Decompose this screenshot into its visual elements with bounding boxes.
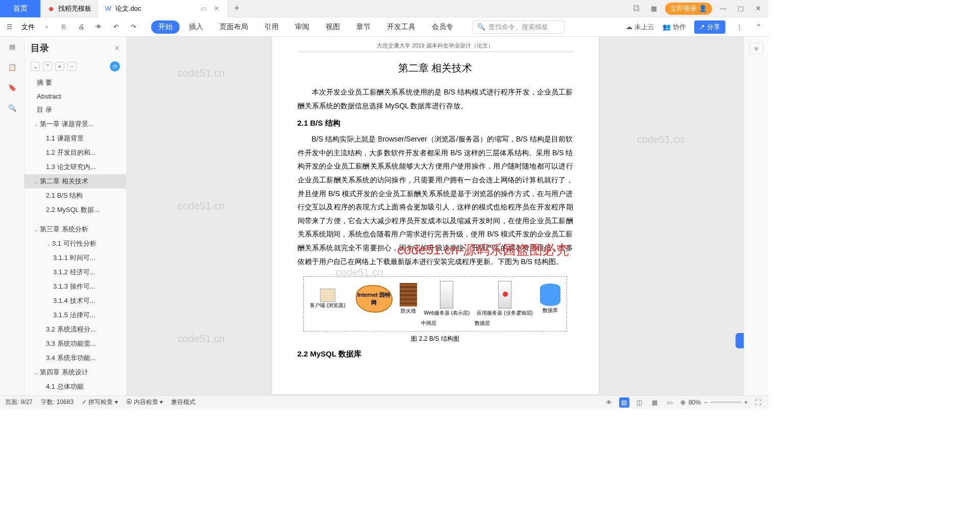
zoom-value: 80% bbox=[689, 399, 701, 406]
view-page-icon[interactable]: ▤ bbox=[619, 397, 629, 408]
login-button[interactable]: 立即登录 👤 bbox=[665, 3, 712, 15]
toc-item[interactable]: 3.1.1 时间可... bbox=[24, 251, 126, 265]
sync-icon[interactable]: ⟳ bbox=[110, 61, 120, 72]
toc-item[interactable]: ⌄第三章 系统分析 bbox=[24, 222, 126, 236]
toc-item[interactable]: 1.1 课题背景 bbox=[24, 131, 126, 146]
file-menu[interactable]: 文件 bbox=[21, 22, 35, 32]
spell-check[interactable]: ✓ 拼写检查 ▾ bbox=[82, 398, 118, 407]
ribbon-tab-insert[interactable]: 插入 bbox=[182, 20, 210, 34]
collapse-icon[interactable]: ⌃ bbox=[753, 21, 764, 33]
search-input[interactable]: 🔍 查找命令、搜索模板 bbox=[473, 20, 565, 34]
close-window-icon[interactable]: ✕ bbox=[752, 3, 764, 15]
user-icon: 👤 bbox=[699, 5, 707, 12]
toc-item[interactable]: ⌄第四章 系统设计 bbox=[24, 365, 126, 380]
ribbon-tab-view[interactable]: 视图 bbox=[318, 20, 347, 34]
bookmark-icon[interactable]: 🔖 bbox=[7, 82, 18, 93]
zoom-in-icon[interactable]: + bbox=[744, 399, 748, 406]
ribbon-tab-chapter[interactable]: 章节 bbox=[349, 20, 378, 34]
toc-item[interactable]: 3.3 系统功能需... bbox=[24, 337, 126, 351]
login-label: 立即登录 bbox=[670, 4, 697, 13]
ribbon-tab-reference[interactable]: 引用 bbox=[257, 20, 286, 34]
toc-item[interactable]: 4.1 总体功能 bbox=[24, 380, 126, 394]
preview-icon[interactable]: 👁 bbox=[93, 21, 104, 33]
toc-label: 2.1 B/S 结构 bbox=[46, 191, 83, 200]
word-count[interactable]: 字数: 10683 bbox=[41, 398, 74, 407]
undo-icon[interactable]: ↶ bbox=[110, 21, 121, 33]
toc-item[interactable]: 3.1.5 法律可... bbox=[24, 308, 126, 322]
toc-item[interactable]: 2.1 B/S 结构 bbox=[24, 188, 126, 203]
clipboard-icon[interactable]: 📋 bbox=[7, 61, 18, 73]
cloud-button[interactable]: ☁未上云 bbox=[626, 22, 654, 32]
toc-item[interactable]: 2.2 MySQL 数据... bbox=[24, 203, 126, 217]
toc-item[interactable]: 3.1.3 操作可... bbox=[24, 279, 126, 294]
toc-remove-btn[interactable]: − bbox=[67, 62, 77, 71]
toc-item[interactable]: 1.3 论文研究内... bbox=[24, 160, 126, 174]
outline-icon[interactable]: ▤ bbox=[7, 41, 18, 52]
ribbon-tab-dev[interactable]: 开发工具 bbox=[380, 20, 423, 34]
toc-item[interactable]: 摘 要 bbox=[24, 76, 126, 90]
view-web-icon[interactable]: ◫ bbox=[634, 397, 645, 408]
eye-icon[interactable]: 👁 bbox=[604, 397, 614, 408]
view-outline-icon[interactable]: ▦ bbox=[650, 397, 660, 408]
toc-item[interactable]: 3.2 系统流程分... bbox=[24, 322, 126, 337]
menu-icon[interactable]: ☰ bbox=[4, 21, 15, 33]
layout-icon[interactable]: ⿻ bbox=[630, 3, 643, 15]
share-button[interactable]: ↗分享 bbox=[694, 20, 725, 34]
page-header: 大连交通大学 2019 届本科生毕业设计（论文） bbox=[298, 42, 573, 52]
close-tab-icon[interactable]: ✕ bbox=[212, 5, 222, 12]
toc-label: 第一章 课题背景... bbox=[40, 120, 93, 129]
ribbon-tab-member[interactable]: 会员专 bbox=[425, 20, 460, 34]
view-read-icon[interactable]: ▭ bbox=[665, 397, 675, 408]
toc-expand-btn[interactable]: ⌃ bbox=[43, 62, 52, 71]
toc-label: 3.2 系统流程分... bbox=[46, 325, 96, 334]
apps-icon[interactable]: ▦ bbox=[648, 3, 660, 15]
toc-collapse-btn[interactable]: ⌄ bbox=[31, 62, 40, 71]
toc-item[interactable]: ⌄第一章 课题背景... bbox=[24, 117, 126, 131]
more-icon[interactable]: ⋮ bbox=[733, 21, 745, 33]
document-area[interactable]: 📄 大连交通大学 2019 届本科生毕业设计（论文） 第二章 相关技术 本次开发… bbox=[127, 37, 744, 395]
toc-label: 摘 要 bbox=[37, 78, 52, 87]
minimize-icon[interactable]: — bbox=[717, 3, 729, 15]
toc-add-btn[interactable]: + bbox=[55, 62, 64, 71]
toc-item[interactable]: 1.2 开发目的和... bbox=[24, 146, 126, 160]
redo-icon[interactable]: ↷ bbox=[128, 21, 139, 33]
toc-item[interactable] bbox=[24, 217, 126, 222]
share-icon: ↗ bbox=[699, 23, 705, 31]
save-icon[interactable]: ▫ bbox=[41, 21, 52, 33]
chevron-down-icon: ⌄ bbox=[34, 227, 39, 232]
people-icon: 👥 bbox=[663, 23, 671, 31]
ribbon-tab-start[interactable]: 开始 bbox=[151, 20, 180, 34]
add-tab-button[interactable]: + bbox=[228, 3, 246, 14]
close-sidebar-icon[interactable]: ✕ bbox=[114, 44, 120, 52]
find-icon[interactable]: 🔍 bbox=[7, 102, 18, 113]
tab-document[interactable]: W 论文.doc ▭ ✕ bbox=[98, 0, 228, 17]
zoom-control[interactable]: ⊕ 80% − + bbox=[680, 399, 748, 406]
ribbon-tab-layout[interactable]: 页面布局 bbox=[212, 20, 255, 34]
toc-label: 目 录 bbox=[37, 105, 52, 114]
maximize-icon[interactable]: ▢ bbox=[734, 3, 747, 15]
zoom-out-icon[interactable]: − bbox=[704, 399, 707, 406]
coop-button[interactable]: 👥协作 bbox=[663, 22, 686, 32]
toc-item[interactable]: Abstract bbox=[24, 90, 126, 103]
toc-item[interactable]: ⌄3.1 可行性分析 bbox=[24, 236, 126, 251]
toc-item[interactable]: ⌄第二章 相关技术 bbox=[24, 174, 126, 188]
ribbon-tab-review[interactable]: 审阅 bbox=[288, 20, 316, 34]
split-icon[interactable]: ▭ bbox=[199, 5, 209, 12]
page-indicator[interactable]: 页面: 8/27 bbox=[5, 398, 33, 407]
right-panel-toggle[interactable]: ≡ bbox=[749, 43, 764, 54]
tab-home[interactable]: 首页 bbox=[0, 0, 41, 17]
toc-item[interactable]: 3.4 系统非功能... bbox=[24, 351, 126, 365]
toc-item[interactable]: 3.1.4 技术可... bbox=[24, 294, 126, 308]
watermark: code51.cn bbox=[178, 67, 225, 79]
toc-item[interactable]: 3.1.2 经济可... bbox=[24, 265, 126, 279]
zoom-slider[interactable] bbox=[710, 401, 741, 403]
zoom-reset-icon[interactable]: ⊕ bbox=[680, 399, 685, 406]
toc-item[interactable]: 目 录 bbox=[24, 103, 126, 117]
fullscreen-icon[interactable]: ⛶ bbox=[753, 397, 763, 408]
side-handle[interactable] bbox=[736, 333, 744, 348]
print-icon[interactable]: 🖨 bbox=[76, 21, 87, 33]
tab-templates[interactable]: ◆ 找稻壳模板 bbox=[41, 0, 98, 17]
content-check[interactable]: ⦿ 内容检查 ▾ bbox=[126, 398, 163, 407]
export-icon[interactable]: ⎘ bbox=[58, 21, 69, 33]
watermark: code51.cn bbox=[178, 200, 225, 212]
